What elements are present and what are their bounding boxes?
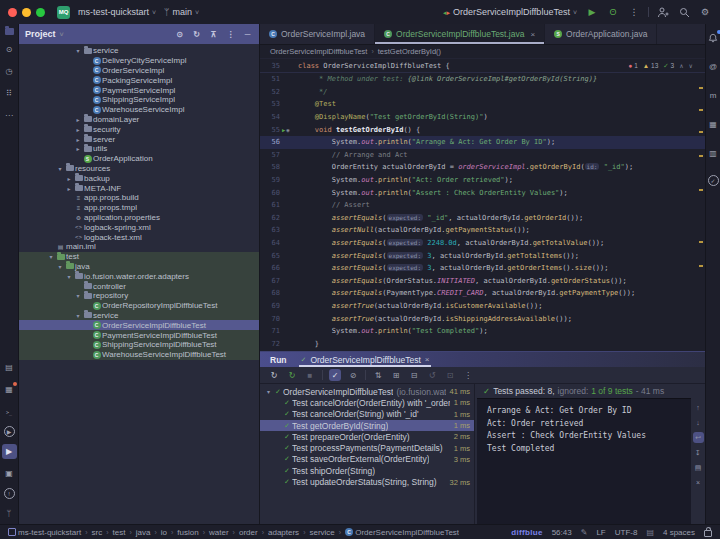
editor-tab[interactable]: COrderServiceImplDiffblueTest.java× (375, 24, 545, 44)
sort-icon[interactable]: ⇅ (372, 369, 384, 381)
debug-icon[interactable]: ʘ (606, 5, 620, 19)
line-number[interactable]: 71 (260, 327, 280, 335)
path-breadcrumb-item[interactable]: fusion (177, 528, 198, 537)
lock-icon[interactable] (704, 530, 712, 537)
more-tools-icon[interactable]: ⋯ (2, 108, 17, 123)
path-breadcrumb-item[interactable]: adapters (268, 528, 299, 537)
close-window-button[interactable] (8, 8, 17, 17)
line-number[interactable]: 64 (260, 239, 280, 247)
docker-icon[interactable]: ▦ (2, 382, 17, 397)
pencil-icon[interactable]: ✎ (581, 528, 588, 537)
line-number[interactable]: 70 (260, 315, 280, 323)
chevron-icon[interactable]: ▾ (65, 273, 73, 280)
tree-item[interactable]: <>logback-spring.xml (19, 222, 259, 232)
tree-item[interactable]: ▾resources (19, 164, 259, 174)
commit-icon[interactable]: ⊙ (2, 42, 17, 57)
test-row[interactable]: ✓Test processPayments(PaymentDetails)1 m… (260, 442, 474, 453)
project-tool-icon[interactable] (5, 28, 14, 35)
project-panel-header[interactable]: Project ˅ ⊙↻⊼⋮─ (19, 24, 259, 44)
line-number[interactable]: 52 (260, 88, 280, 96)
code-line[interactable]: 66 assertEquals(expected: 3, actualOrder… (260, 262, 705, 275)
breadcrumb-item[interactable]: OrderServiceImplDiffblueTest (270, 47, 367, 56)
test-row[interactable]: ✓Test getOrderById(String)1 ms (260, 420, 474, 431)
tree-item[interactable]: <>logback-test.xml (19, 232, 259, 242)
line-number[interactable]: 57 (260, 151, 280, 159)
pull-requests-icon[interactable]: ◷ (2, 64, 17, 79)
close-icon[interactable]: × (425, 355, 430, 364)
maven-icon[interactable]: m (706, 88, 720, 103)
git-icon[interactable]: ᛘ (2, 506, 17, 521)
code-line[interactable]: 61 // Assert (260, 199, 705, 212)
tree-item[interactable]: CShippingServiceImpl (19, 95, 259, 105)
chevron-icon[interactable]: ▸ (74, 136, 82, 143)
tree-item[interactable]: ▸domainLayer (19, 115, 259, 125)
warning-stripe-mark[interactable] (699, 189, 703, 191)
more-icon[interactable]: ⋮ (627, 5, 641, 19)
code-line[interactable]: 52 */ (260, 86, 705, 99)
show-ignored-icon[interactable]: ⊘ (347, 369, 359, 381)
status-item[interactable]: 56:43 (552, 528, 572, 537)
console-output[interactable]: Arrange & Act: Get Order By IDAct: Order… (477, 398, 691, 525)
path-breadcrumb-item[interactable]: test (112, 528, 125, 537)
add-user-icon[interactable] (656, 5, 670, 19)
options-icon[interactable]: ⋮ (225, 29, 236, 40)
code-line[interactable]: 65 assertEquals(expected: 3, actualOrder… (260, 249, 705, 262)
tree-item[interactable]: ▾io.fusion.water.order.adapters (19, 271, 259, 281)
tree-item[interactable]: CPaymentServiceImplDiffblueTest (19, 330, 259, 340)
problems-icon[interactable]: ! (4, 488, 15, 499)
run-config-selector[interactable]: ◂▸ OrderServiceImplDiffblueTest ˅ (443, 7, 577, 17)
line-number[interactable]: 66 (260, 264, 280, 272)
search-icon[interactable] (677, 5, 691, 19)
scroll-up-icon[interactable]: ↑ (693, 402, 704, 413)
test-row[interactable]: ✓Test prepareOrder(OrderEntity)2 ms (260, 431, 474, 442)
line-number[interactable]: 69 (260, 302, 280, 310)
run-icon[interactable]: ▶ (585, 5, 599, 19)
ai-assistant-icon[interactable]: @ (706, 59, 720, 74)
hide-panel-icon[interactable]: ─ (242, 29, 253, 40)
chevron-icon[interactable]: ▾ (56, 263, 64, 270)
run-test-gutter-icon[interactable]: ▶ (282, 127, 285, 133)
warning-stripe-mark[interactable] (699, 155, 703, 157)
tree-item[interactable]: CPackingServiceImpl (19, 75, 259, 85)
chevron-icon[interactable]: ▾ (56, 165, 64, 172)
path-breadcrumb-item[interactable]: java (136, 528, 151, 537)
tree-item[interactable]: ▸utils (19, 144, 259, 154)
tree-item[interactable]: CPaymentServiceImpl (19, 85, 259, 95)
line-number[interactable]: 65 (260, 252, 280, 260)
line-number[interactable]: 51 (260, 75, 280, 83)
export-icon[interactable]: ⊡ (444, 369, 456, 381)
chevron-icon[interactable]: ▸ (74, 116, 82, 123)
checks-icon[interactable]: ✓ (708, 175, 719, 186)
history-icon[interactable]: ↺ (426, 369, 438, 381)
tree-item[interactable]: CDeliveryCityServiceImpl (19, 56, 259, 66)
line-number[interactable]: 72 (260, 340, 280, 348)
code-line[interactable]: 64 assertEquals(expected: 2248.0d, actua… (260, 237, 705, 250)
tree-item[interactable]: ≡app.props.tmpl (19, 203, 259, 213)
warning-stripe-mark[interactable] (699, 265, 703, 267)
run-tool-icon[interactable]: ▶ (2, 444, 17, 459)
services-icon[interactable]: ▤ (2, 360, 17, 375)
tree-item[interactable]: ⚙application.properties (19, 213, 259, 223)
notifications-icon[interactable] (706, 30, 720, 45)
code-editor[interactable]: 35 class OrderServiceImplDiffblueTest { … (260, 59, 705, 351)
path-breadcrumb-item[interactable]: ms-test-quickstart (8, 528, 81, 537)
code-line[interactable]: 72 } (260, 337, 705, 350)
tree-item[interactable]: COrderServiceImpl (19, 66, 259, 76)
tree-item[interactable]: ▾service (19, 46, 259, 56)
path-breadcrumb-item[interactable]: COrderServiceImplDiffblueTest (345, 528, 459, 537)
path-breadcrumb-item[interactable]: io (161, 528, 167, 537)
line-number[interactable]: 55 (260, 126, 280, 134)
code-line[interactable]: 70 assertTrue(actualOrderById.isShipping… (260, 312, 705, 325)
line-number[interactable]: 54 (260, 113, 280, 121)
prev-issue-button[interactable]: ∧ (679, 62, 683, 69)
tree-item[interactable]: CShippingServiceImplDiffblueTest (19, 340, 259, 350)
diffblue-agent-icon[interactable]: ◉ (286, 127, 289, 133)
tree-item[interactable]: ▸backup (19, 173, 259, 183)
chevron-icon[interactable]: ▸ (74, 145, 82, 152)
settings-icon[interactable]: ⚙ (698, 5, 712, 19)
breadcrumb-item[interactable]: testGetOrderById() (378, 47, 441, 56)
code-line[interactable]: 51 * Method under test: {@link OrderServ… (260, 73, 705, 86)
tree-item[interactable]: ▸META-INF (19, 183, 259, 193)
status-item[interactable]: LF (596, 528, 605, 537)
warning-stripe-mark[interactable] (699, 131, 703, 133)
